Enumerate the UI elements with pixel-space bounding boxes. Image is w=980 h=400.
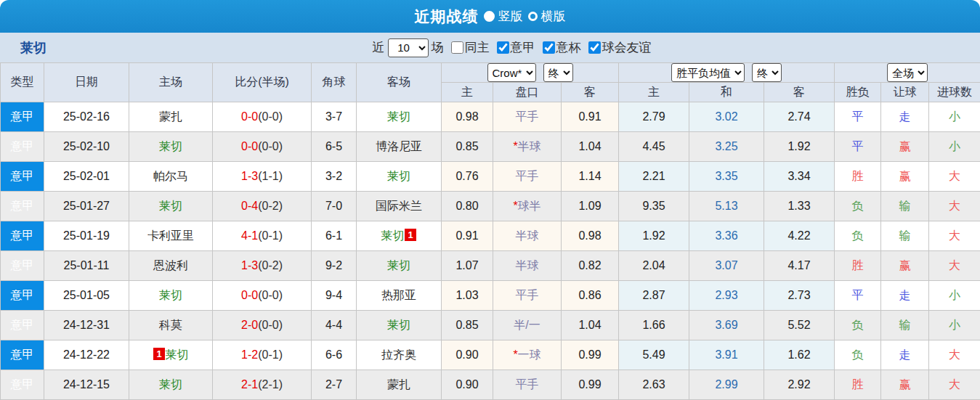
league-cell: 意甲 xyxy=(1,370,44,400)
asian-home-odds-cell: 0.80 xyxy=(442,192,493,221)
handicap-result-cell: 赢 xyxy=(881,370,929,400)
matches-label: 场 xyxy=(432,39,444,56)
asian-home-odds-cell: 0.85 xyxy=(442,132,493,162)
result-scope-select[interactable]: 全场 xyxy=(887,63,928,82)
europe-away-odds-cell: 3.34 xyxy=(764,162,835,192)
europe-away-odds-cell: 2.74 xyxy=(764,102,835,132)
europe-away-odds-cell: 1.62 xyxy=(764,340,835,370)
away-team-cell: 蒙扎 xyxy=(357,370,442,400)
handicap-result-cell: 输 xyxy=(881,311,929,340)
home-team-cell: 1莱切 xyxy=(129,340,213,370)
filter-club-friendly[interactable]: 球会友谊 xyxy=(584,39,652,56)
match-badge: 1 xyxy=(153,348,164,360)
filter-italy-cup[interactable]: 意杯 xyxy=(538,39,581,56)
score-cell: 2-0(0-0) xyxy=(213,311,312,340)
league-cell: 意甲 xyxy=(1,221,44,251)
serie-a-checkbox[interactable] xyxy=(497,41,509,54)
europe-draw-odds-cell: 3.02 xyxy=(689,102,764,132)
date-cell: 25-01-05 xyxy=(44,281,129,311)
asian-away-odds-cell: 0.91 xyxy=(562,102,619,132)
corners-cell: 6-1 xyxy=(312,221,357,251)
score-cell: 0-0(0-0) xyxy=(213,132,312,162)
asian-home-odds-cell: 0.76 xyxy=(442,162,493,192)
away-team-cell: 热那亚 xyxy=(357,281,442,311)
home-team-cell: 莱切 xyxy=(129,370,213,400)
outcome-result-cell: 平 xyxy=(835,281,881,311)
outcome-result-cell: 胜 xyxy=(835,162,881,192)
europe-odds-group-header: 胜平负均值 终 xyxy=(619,63,835,83)
asian-odds-time-select[interactable]: 终 xyxy=(543,63,573,82)
asian-odds-group-header: Crow* 终 xyxy=(442,63,619,83)
goals-result-cell: 小 xyxy=(929,132,980,162)
col-header-europe-home: 主 xyxy=(619,83,689,102)
layout-option-vertical[interactable]: 竖版 xyxy=(484,8,523,25)
recent-count-select[interactable]: 10 xyxy=(388,38,429,57)
col-header-score: 比分(半场) xyxy=(213,63,312,102)
match-row: 意甲25-01-27莱切0-4(0-2)7-0国际米兰0.80*球半1.099.… xyxy=(1,192,980,221)
col-header-home: 主场 xyxy=(129,63,213,102)
team-name-label: 莱切 xyxy=(20,33,46,62)
goals-result-cell: 小 xyxy=(929,311,980,340)
europe-draw-odds-cell: 3.91 xyxy=(689,340,764,370)
away-team-cell: 莱切1 xyxy=(357,221,442,251)
layout-option-vertical-label: 竖版 xyxy=(498,8,523,25)
europe-home-odds-cell: 1.66 xyxy=(619,311,689,340)
corners-cell: 6-6 xyxy=(312,340,357,370)
goals-result-cell: 大 xyxy=(929,340,980,370)
date-cell: 25-02-01 xyxy=(44,162,129,192)
radio-icon[interactable] xyxy=(484,11,495,22)
away-team-cell: 莱切 xyxy=(357,102,442,132)
asian-home-odds-cell: 0.91 xyxy=(442,221,493,251)
europe-odds-time-select[interactable]: 终 xyxy=(752,63,782,82)
same-home-checkbox[interactable] xyxy=(451,41,463,54)
asian-handicap-cell: 平手 xyxy=(493,370,562,400)
title-bar: 近期战绩 竖版 横版 xyxy=(0,0,980,33)
col-header-handicap-result: 让球 xyxy=(881,83,929,102)
europe-away-odds-cell: 5.52 xyxy=(764,311,835,340)
club-friendly-checkbox[interactable] xyxy=(588,41,601,54)
radio-icon[interactable] xyxy=(528,12,538,21)
league-cell: 意甲 xyxy=(1,102,44,132)
asian-handicap-cell: 半/一 xyxy=(493,311,562,340)
handicap-result-cell: 赢 xyxy=(881,251,929,281)
score-cell: 1-2(0-1) xyxy=(213,340,312,370)
asian-away-odds-cell: 1.14 xyxy=(562,162,619,192)
match-badge: 1 xyxy=(405,229,416,241)
asian-home-odds-cell: 0.90 xyxy=(442,370,493,400)
asian-away-odds-cell: 0.98 xyxy=(562,221,619,251)
home-team-cell: 恩波利 xyxy=(129,251,213,281)
goals-result-cell: 大 xyxy=(929,370,980,400)
recent-results-panel: 近期战绩 竖版 横版 莱切 近 10 场 同主 意甲 xyxy=(0,0,980,400)
match-row: 意甲24-12-31科莫2-0(0-0)4-4莱切0.85半/一1.041.66… xyxy=(1,311,980,340)
home-team-cell: 卡利亚里 xyxy=(129,221,213,251)
handicap-result-cell: 输 xyxy=(881,192,929,221)
italy-cup-checkbox[interactable] xyxy=(543,41,555,54)
home-team-cell: 莱切 xyxy=(129,192,213,221)
score-cell: 0-4(0-2) xyxy=(213,192,312,221)
layout-option-horizontal[interactable]: 横版 xyxy=(528,8,566,25)
handicap-result-cell: 走 xyxy=(881,102,929,132)
match-row: 意甲24-12-15莱切2-1(2-1)2-7蒙扎0.90平手0.992.632… xyxy=(1,370,980,400)
asian-home-odds-cell: 0.98 xyxy=(442,102,493,132)
europe-away-odds-cell: 1.92 xyxy=(764,132,835,162)
asian-handicap-cell: *球半 xyxy=(493,192,562,221)
layout-option-horizontal-label: 横版 xyxy=(541,8,566,25)
asian-odds-source-select[interactable]: Crow* xyxy=(487,63,536,82)
filter-serie-a[interactable]: 意甲 xyxy=(493,39,535,56)
europe-odds-source-select[interactable]: 胜平负均值 xyxy=(671,63,745,82)
asian-home-odds-cell: 0.85 xyxy=(442,311,493,340)
corners-cell: 2-7 xyxy=(312,370,357,400)
date-cell: 24-12-22 xyxy=(44,340,129,370)
asian-away-odds-cell: 0.99 xyxy=(562,370,619,400)
goals-result-cell: 大 xyxy=(929,162,980,192)
date-cell: 25-01-11 xyxy=(44,251,129,281)
filter-same-home[interactable]: 同主 xyxy=(447,39,490,56)
col-header-type: 类型 xyxy=(1,63,44,102)
league-cell: 意甲 xyxy=(1,192,44,221)
league-cell: 意甲 xyxy=(1,132,44,162)
handicap-result-cell: 走 xyxy=(881,340,929,370)
date-cell: 25-01-27 xyxy=(44,192,129,221)
results-table: 类型 日期 主场 比分(半场) 角球 客场 Crow* 终 胜平负均值 终 xyxy=(0,62,980,400)
date-cell: 25-02-16 xyxy=(44,102,129,132)
handicap-result-cell: 走 xyxy=(881,281,929,311)
